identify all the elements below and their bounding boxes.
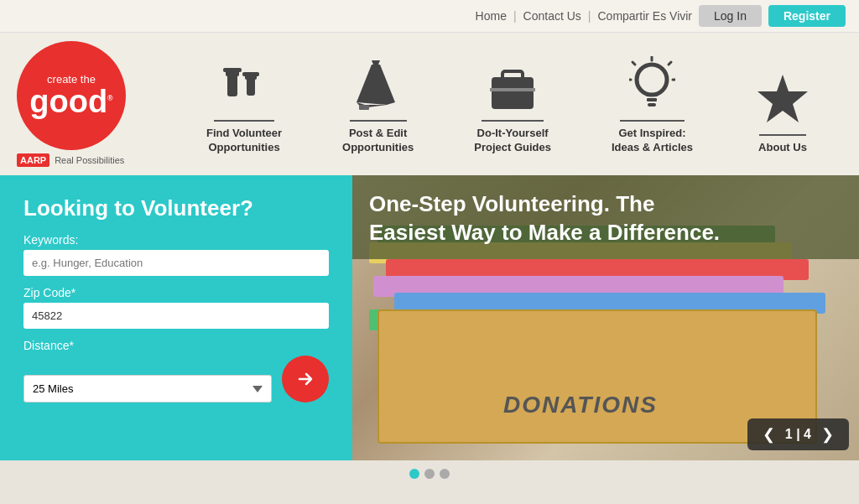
carousel-prev-button[interactable]: ❮ [759,425,778,444]
pencil-icon [355,56,401,115]
nav-get-inspired[interactable]: Get Inspired:Ideas & Articles [612,53,693,155]
donations-text: DONATIONS [503,392,658,418]
keywords-label: Keywords: [23,233,329,247]
nav-divider [620,120,685,122]
nav-home-link[interactable]: Home [476,9,507,23]
nav-compartir-link[interactable]: Compartir Es Vivir [597,9,692,23]
logo-good: good® [29,86,113,117]
carousel-total: 4 [804,427,811,441]
svg-rect-3 [247,77,255,96]
distance-col: 5 Miles 10 Miles 25 Miles 50 Miles 100 M… [23,375,272,403]
hero-headline-line1: One-Step Volunteering. The [369,191,654,216]
logo-registered: ® [107,94,113,102]
carousel-current: 1 [785,427,793,441]
register-button[interactable]: Register [768,5,846,27]
carousel-counter: 1 | 4 [785,427,811,442]
carousel-controls: ❮ 1 | 4 ❯ [747,418,849,450]
page-dot-1[interactable] [409,469,419,479]
find-volunteer-label: Find VolunteerOpportunities [206,127,282,155]
svg-marker-7 [372,60,380,65]
keywords-input[interactable] [23,250,329,276]
hero-banner: DONATIONS One-Step Volunteering. The Eas… [352,175,859,460]
lightbulb-icon [629,56,675,115]
about-us-icon-area [753,67,812,134]
svg-rect-0 [227,73,237,96]
hero-headline: One-Step Volunteering. The Easiest Way t… [369,190,842,247]
find-volunteer-icon-area [215,53,273,120]
separator-2: | [588,9,591,23]
page-dot-3[interactable] [440,469,450,479]
diy-icon-area [487,53,538,120]
gloves-icon [215,56,273,115]
distance-label: Distance* [23,339,329,352]
svg-rect-11 [502,71,523,80]
svg-rect-2 [223,68,242,72]
diy-label: Do-It-YourselfProject Guides [474,127,551,155]
get-inspired-label: Get Inspired:Ideas & Articles [612,127,693,155]
page-dots [0,460,859,487]
post-edit-icon-area [355,53,401,120]
zipcode-label: Zip Code* [23,286,329,299]
svg-point-13 [637,65,667,95]
distance-select[interactable]: 5 Miles 10 Miles 25 Miles 50 Miles 100 M… [23,375,272,403]
nav-about-us[interactable]: About Us [753,67,812,155]
nav-diy[interactable]: Do-It-YourselfProject Guides [474,53,551,155]
aarp-tagline: Real Possibilities [55,155,124,165]
volunteer-search-panel: Looking to Volunteer? Keywords: Zip Code… [0,175,352,460]
svg-marker-22 [757,75,808,122]
separator-1: | [513,9,517,23]
svg-marker-6 [357,65,395,105]
form-title: Looking to Volunteer? [23,195,329,221]
page-dot-2[interactable] [424,469,435,479]
get-inspired-icon-area [629,53,675,120]
carousel-next-button[interactable]: ❯ [818,425,837,444]
post-edit-label: Post & EditOpportunities [342,127,414,155]
svg-rect-15 [647,98,657,101]
nav-divider [214,120,274,122]
hero-text-overlay: One-Step Volunteering. The Easiest Way t… [352,175,859,259]
svg-line-18 [633,62,635,65]
svg-rect-9 [359,105,369,110]
nav-divider [759,134,806,136]
search-submit-button[interactable] [282,356,329,403]
nav-divider [350,120,407,122]
aarp-logo: AARP [17,153,49,167]
logo-area: create the good® AARP Real Possibilities [17,41,151,167]
arrow-right-icon [295,369,315,389]
svg-rect-10 [492,77,534,109]
login-button[interactable]: Log In [699,5,762,27]
star-icon [753,70,812,129]
about-us-label: About Us [758,141,807,155]
distance-row: 5 Miles 10 Miles 25 Miles 50 Miles 100 M… [23,356,329,403]
svg-line-19 [669,62,671,65]
svg-rect-16 [648,103,656,107]
carousel-separator: | [796,427,799,441]
nav-find-volunteer[interactable]: Find VolunteerOpportunities [206,53,282,155]
zipcode-input[interactable] [23,303,329,329]
svg-rect-14 [646,93,658,96]
nav-post-edit[interactable]: Post & EditOpportunities [342,53,414,155]
hero-headline-line2: Easiest Way to Make a Difference. [369,220,720,245]
content-area: Looking to Volunteer? Keywords: Zip Code… [0,175,859,460]
briefcase-icon [487,56,538,115]
aarp-bar: AARP Real Possibilities [17,153,124,167]
category-navigation: Find VolunteerOpportunities Post & EditO… [176,53,842,155]
site-logo[interactable]: create the good® [17,41,126,150]
svg-rect-5 [242,72,259,76]
nav-divider [482,120,543,122]
svg-rect-12 [490,88,535,91]
nav-contact-link[interactable]: Contact Us [523,9,581,23]
main-header: create the good® AARP Real Possibilities [0,33,859,175]
top-navigation: Home | Contact Us | Compartir Es Vivir L… [0,0,859,33]
